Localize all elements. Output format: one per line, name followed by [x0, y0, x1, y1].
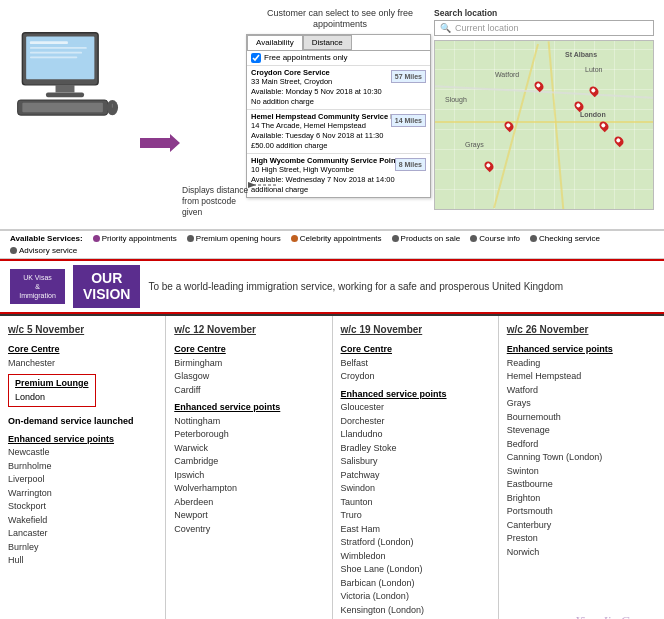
col-item: Shoe Lane (London)	[341, 563, 490, 577]
service-miles-0: 57 Miles	[391, 70, 426, 83]
col-item: Kensington (London)	[341, 604, 490, 618]
priority-dot	[93, 235, 100, 242]
col-item: Eastbourne	[507, 478, 656, 492]
map-pin	[613, 135, 626, 148]
core-centre-title-1: Core Centre	[8, 343, 157, 357]
col-item: Newport	[174, 509, 323, 523]
service-item-0: Croydon Core Service 33 Main Street, Cro…	[247, 65, 430, 109]
service-celebrity: Celebrity appointments	[291, 234, 382, 243]
core-centre-title-2: Core Centre	[174, 343, 323, 357]
col-item: Liverpool	[8, 473, 157, 487]
available-services-strip: Available Services: Priority appointment…	[0, 230, 664, 259]
col-item: Barbican (London)	[341, 577, 490, 591]
service-item-1: Hemel Hempstead Community Service Point …	[247, 109, 430, 153]
service-available-0: Available: Monday 5 Nov 2018 at 10:30	[251, 87, 426, 97]
col-item: Swinton	[507, 465, 656, 479]
available-services-label: Available Services:	[10, 234, 83, 243]
svg-rect-5	[22, 103, 103, 112]
svg-marker-14	[248, 182, 256, 188]
free-appointments-label: Free appointments only	[264, 53, 348, 62]
search-placeholder: Current location	[455, 23, 519, 33]
search-box[interactable]: 🔍 Current location	[434, 20, 654, 36]
rollout-table: w/c 5 November Core Centre Manchester Pr…	[0, 314, 664, 619]
col-item: Cardiff	[174, 384, 323, 398]
search-icon: 🔍	[440, 23, 451, 33]
priority-label: Priority appointments	[102, 234, 177, 243]
col-header-19-nov: w/c 19 November	[341, 322, 490, 339]
distance-tab[interactable]: Distance	[303, 35, 352, 50]
service-miles-2: 8 Miles	[395, 158, 426, 171]
week-label-12: w/c 12 November	[174, 324, 256, 335]
col-19-nov: w/c 19 November Core Centre Belfast Croy…	[333, 316, 499, 619]
map-pin	[483, 160, 496, 173]
col-item: Patchway	[341, 469, 490, 483]
col-12-nov: w/c 12 November Core Centre Birmingham G…	[166, 316, 332, 619]
top-section: Customer can select to see only free app…	[0, 0, 664, 230]
core-centre-title-3: Core Centre	[341, 343, 490, 357]
col-item: Llandudno	[341, 428, 490, 442]
enhanced-title-2: Enhanced service points	[174, 401, 323, 415]
service-charge-1: £50.00 addition charge	[251, 141, 426, 151]
week-label-5: w/c 5 November	[8, 324, 84, 335]
annotation-arrow-icon	[248, 179, 278, 193]
col-item: Cambridge	[174, 455, 323, 469]
annotation-customer: Customer can select to see only free app…	[246, 8, 434, 30]
col-item: Grays	[507, 397, 656, 411]
col-item: Hull	[8, 554, 157, 568]
advisory-label: Advisory service	[19, 246, 77, 255]
col-item: Stockport	[8, 500, 157, 514]
col-item: Taunton	[341, 496, 490, 510]
service-priority: Priority appointments	[93, 234, 177, 243]
course-label: Course info	[479, 234, 520, 243]
col-item: Hemel Hempstead	[507, 370, 656, 384]
enhanced-title-1: Enhanced service points	[8, 433, 157, 447]
col-item: Salisbury	[341, 455, 490, 469]
premium-lounge-box: Premium Lounge London	[8, 374, 96, 407]
premium-lounge-location: London	[15, 392, 45, 402]
col-item: Canning Town (London)	[507, 451, 656, 465]
service-checking: Checking service	[530, 234, 600, 243]
service-charge-0: No addition charge	[251, 97, 426, 107]
mock-tabs: Availability Distance	[247, 35, 430, 51]
svg-rect-9	[30, 47, 87, 49]
course-dot	[470, 235, 477, 242]
mock-ui-area: Customer can select to see only free app…	[180, 8, 434, 223]
col-header-12-nov: w/c 12 November	[174, 322, 323, 339]
service-available-1: Available: Tuesday 6 Nov 2018 at 11:30	[251, 131, 426, 141]
mock-search-panel: Availability Distance Free appointments …	[246, 34, 431, 198]
annotation-distance: Displays distance from postcode given	[182, 185, 257, 218]
free-appointments-row[interactable]: Free appointments only	[247, 51, 430, 65]
col-item: Victoria (London)	[341, 590, 490, 604]
col-header-5-nov: w/c 5 November	[8, 322, 157, 339]
col-item: East Ham	[341, 523, 490, 537]
premium-label: Premium opening hours	[196, 234, 281, 243]
free-appointments-checkbox[interactable]	[251, 53, 261, 63]
advisory-dot	[10, 247, 17, 254]
col-header-26-nov: w/c 26 November	[507, 322, 656, 339]
col-item: Gloucester	[341, 401, 490, 415]
service-premium: Premium opening hours	[187, 234, 281, 243]
col-item: Preston	[507, 532, 656, 546]
col-item: Bournemouth	[507, 411, 656, 425]
uk-visa-line1: UK Visas	[16, 273, 59, 282]
col-item: Lancaster	[8, 527, 157, 541]
col-item: Dorchester	[341, 415, 490, 429]
col-item: Truro	[341, 509, 490, 523]
col-item: Portsmouth	[507, 505, 656, 519]
availability-tab[interactable]: Availability	[247, 35, 303, 50]
col-item: Warrington	[8, 487, 157, 501]
service-advisory: Advisory service	[10, 246, 77, 255]
svg-rect-11	[30, 56, 77, 58]
celebrity-label: Celebrity appointments	[300, 234, 382, 243]
checking-label: Checking service	[539, 234, 600, 243]
products-dot	[392, 235, 399, 242]
col-item: Wakefield	[8, 514, 157, 528]
enhanced-title-3: Enhanced service points	[341, 388, 490, 402]
col-item: Burnley	[8, 541, 157, 555]
map-pin	[588, 85, 601, 98]
col-item: Ipswich	[174, 469, 323, 483]
col-item: Swindon	[341, 482, 490, 496]
checking-dot	[530, 235, 537, 242]
celebrity-dot	[291, 235, 298, 242]
premium-lounge-label: Premium Lounge	[15, 378, 89, 388]
